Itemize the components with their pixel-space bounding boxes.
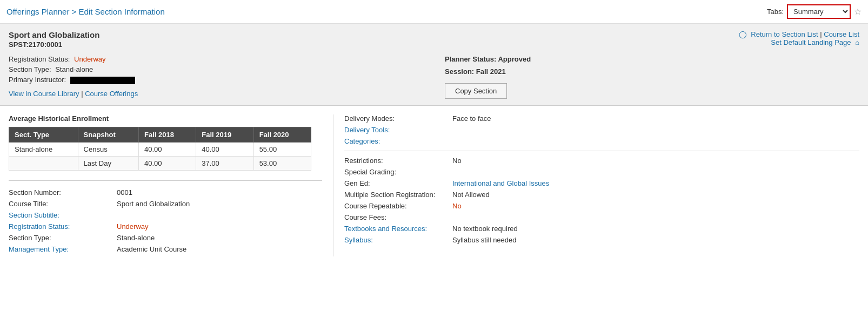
delivery-label[interactable]: Categories: (344, 137, 452, 145)
col-fall2019: Fall 2019 (196, 127, 253, 143)
set-default-landing-link[interactable]: Set Default Landing Page (771, 38, 851, 46)
delivery-field-row: Delivery Tools: (344, 126, 859, 134)
table-row: Last Day40.0037.0053.00 (9, 157, 311, 171)
delivery-fields-container: Delivery Modes:Face to faceDelivery Tool… (344, 114, 859, 244)
enrollment-table-header: Sect. Type Snapshot Fall 2018 Fall 2019 … (9, 127, 311, 143)
course-title: Sport and Globalization (9, 30, 99, 39)
field-label: Course Title: (9, 200, 117, 208)
delivery-value: Syllabus still needed (452, 236, 517, 244)
enrollment-header-row: Sect. Type Snapshot Fall 2018 Fall 2019 … (9, 127, 311, 143)
table-cell: 40.00 (138, 143, 196, 157)
enrollment-table-body: Stand-aloneCensus40.0040.0055.00Last Day… (9, 143, 311, 171)
col-fall2018: Fall 2018 (138, 127, 196, 143)
table-cell: Census (78, 143, 138, 157)
section-fields-container: Section Number:0001Course Title:Sport an… (9, 188, 322, 253)
field-label: Section Type: (9, 234, 117, 242)
field-row: Section Subtitle: (9, 211, 322, 219)
right-details: Planner Status: Approved Session: Fall 2… (423, 55, 859, 99)
col-fall2020: Fall 2020 (253, 127, 311, 143)
field-row: Registration Status:Underway (9, 222, 322, 231)
delivery-field-row: Restrictions:No (344, 157, 859, 165)
field-value: Stand-alone (117, 234, 155, 242)
col-sect-type: Sect. Type (9, 127, 78, 143)
table-row: Stand-aloneCensus40.0040.0055.00 (9, 143, 311, 157)
course-list-link[interactable]: Course List (824, 30, 859, 38)
favorite-icon[interactable]: ☆ (854, 6, 862, 17)
field-label[interactable]: Management Type: (9, 245, 117, 253)
field-value: 0001 (117, 188, 132, 197)
section-type-label: Section Type: (9, 65, 51, 73)
reg-status-value: Underway (74, 55, 106, 63)
delivery-value[interactable]: International and Global Issues (452, 179, 549, 187)
delivery-field-row: Categories: (344, 137, 859, 145)
delivery-field-row: Special Grading: (344, 168, 859, 176)
section-type-row: Section Type: Stand-alone (9, 65, 423, 73)
course-offerings-link[interactable]: Course Offerings (85, 90, 138, 98)
left-details: Registration Status: Underway Section Ty… (9, 55, 423, 99)
delivery-field-row: Textbooks and Resources:No textbook requ… (344, 225, 859, 233)
delivery-label: Restrictions: (344, 157, 452, 165)
field-row: Management Type:Academic Unit Course (9, 245, 322, 253)
field-row: Section Type:Stand-alone (9, 234, 322, 242)
planner-status: Planner Status: Approved (445, 55, 859, 63)
delivery-label[interactable]: Delivery Tools: (344, 126, 452, 134)
delivery-field-row: Course Repeatable:No (344, 202, 859, 210)
instructor-row: Primary Instructor: (9, 76, 423, 84)
delivery-value: No (452, 202, 462, 210)
table-cell: Stand-alone (9, 143, 78, 157)
table-cell: 40.00 (196, 143, 253, 157)
delivery-label: Course Fees: (344, 213, 452, 221)
delivery-field-row: Multiple Section Registration:Not Allowe… (344, 191, 859, 199)
tabs-control: Tabs: Summary Meetings Enrollment Wait L… (767, 4, 862, 19)
session-label: Session: Fall 2021 (445, 67, 859, 76)
course-info: Sport and Globalization SPST:2170:0001 (9, 30, 99, 49)
field-row: Section Number:0001 (9, 188, 322, 197)
table-cell (9, 157, 78, 171)
field-label[interactable]: Registration Status: (9, 222, 117, 231)
breadcrumb: Offerings Planner > Edit Section Informa… (6, 7, 165, 16)
field-label: Section Number: (9, 188, 117, 197)
top-bar: Offerings Planner > Edit Section Informa… (0, 0, 868, 24)
field-label[interactable]: Section Subtitle: (9, 211, 117, 219)
instructor-label: Primary Instructor: (9, 76, 66, 84)
table-cell: 37.00 (196, 157, 253, 171)
enrollment-table: Sect. Type Snapshot Fall 2018 Fall 2019 … (9, 127, 311, 171)
return-to-section-list-link[interactable]: Return to Section List (751, 30, 818, 38)
instructor-value (70, 77, 135, 84)
field-row: Course Title:Sport and Globalization (9, 200, 322, 208)
table-cell: Last Day (78, 157, 138, 171)
field-value: Sport and Globalization (117, 200, 190, 208)
delivery-field-row: Syllabus:Syllabus still needed (344, 236, 859, 244)
delivery-value: Not Allowed (452, 191, 490, 199)
field-value: Academic Unit Course (117, 245, 186, 253)
copy-section-button[interactable]: Copy Section (445, 83, 507, 99)
delivery-label: Gen Ed: (344, 179, 452, 187)
left-panel: Average Historical Enrollment Sect. Type… (9, 114, 322, 256)
table-cell: 40.00 (138, 157, 196, 171)
delivery-label[interactable]: Textbooks and Resources: (344, 225, 452, 233)
field-value: Underway (117, 222, 149, 231)
delivery-label: Course Repeatable: (344, 202, 452, 210)
tabs-label: Tabs: (767, 8, 784, 16)
view-course-library-link[interactable]: View in Course Library (9, 90, 79, 98)
view-links: View in Course Library | Course Offering… (9, 90, 423, 98)
delivery-label: Delivery Modes: (344, 114, 452, 123)
delivery-field-row: Course Fees: (344, 213, 859, 221)
divider (344, 151, 859, 151)
header-section: Sport and Globalization SPST:2170:0001 ◯… (0, 24, 868, 106)
section-details: Section Number:0001Course Title:Sport an… (9, 180, 322, 253)
delivery-label: Special Grading: (344, 168, 452, 176)
delivery-label[interactable]: Syllabus: (344, 236, 452, 244)
delivery-value: No (452, 157, 462, 165)
home-icon: ⌂ (855, 38, 859, 46)
right-panel: Delivery Modes:Face to faceDelivery Tool… (333, 114, 859, 256)
delivery-label: Multiple Section Registration: (344, 191, 452, 199)
delivery-field-row: Delivery Modes:Face to face (344, 114, 859, 123)
tabs-select[interactable]: Summary Meetings Enrollment Wait List No… (787, 4, 851, 19)
enrollment-title: Average Historical Enrollment (9, 114, 322, 123)
col-snapshot: Snapshot (78, 127, 138, 143)
reg-status-label: Registration Status: (9, 55, 70, 63)
delivery-value: Face to face (452, 114, 491, 123)
section-type-value: Stand-alone (55, 65, 93, 73)
reg-status-row: Registration Status: Underway (9, 55, 423, 63)
